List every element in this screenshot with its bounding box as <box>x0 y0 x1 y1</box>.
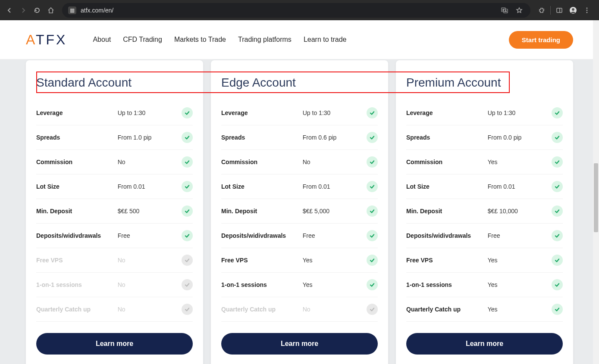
feature-value: No <box>118 257 182 264</box>
feature-label: Lot Size <box>36 183 118 190</box>
feature-row: SpreadsFrom 0.0 pip <box>406 125 563 150</box>
learn-more-button[interactable]: Learn more <box>406 333 563 355</box>
check-icon <box>552 132 563 143</box>
feature-value: From 0.01 <box>118 183 182 190</box>
feature-row: CommissionYes <box>406 150 563 174</box>
feature-value: From 0.6 pip <box>303 134 367 141</box>
site-header: ATFX About CFD Trading Markets to Trade … <box>0 20 599 59</box>
feature-row: Quarterly Catch upYes <box>406 297 563 322</box>
feature-value: No <box>118 159 182 165</box>
menu-dots-icon[interactable] <box>582 5 592 16</box>
feature-label: Min. Deposit <box>406 208 488 215</box>
check-icon <box>367 132 378 143</box>
logo[interactable]: ATFX <box>26 32 67 48</box>
check-icon <box>367 107 378 118</box>
account-title: Standard Account <box>36 76 193 90</box>
feature-label: 1-on-1 sessions <box>36 281 118 288</box>
feature-row: SpreadsFrom 0.6 pip <box>221 125 378 150</box>
feature-label: Spreads <box>406 134 488 141</box>
feature-label: Lot Size <box>406 183 488 190</box>
nav-platforms[interactable]: Trading platforms <box>238 36 292 44</box>
check-icon <box>367 156 378 168</box>
page-scrollbar[interactable] <box>593 20 599 364</box>
feature-value: $€£ 10,000 <box>488 208 552 215</box>
learn-more-button[interactable]: Learn more <box>221 333 378 355</box>
feature-value: From 0.0 pip <box>488 134 552 141</box>
check-icon <box>182 255 193 266</box>
check-icon <box>552 230 563 241</box>
start-trading-button[interactable]: Start trading <box>509 31 573 49</box>
feature-value: Free <box>488 232 552 239</box>
side-panel-icon[interactable] <box>554 5 565 16</box>
forward-icon[interactable] <box>18 5 28 16</box>
svg-point-6 <box>586 7 588 9</box>
check-icon <box>182 279 193 290</box>
nav-markets[interactable]: Markets to Trade <box>174 36 226 44</box>
feature-label: Leverage <box>221 109 303 116</box>
check-icon <box>552 279 563 290</box>
feature-value: Yes <box>303 257 367 264</box>
feature-label: Quarterly Catch up <box>36 306 118 313</box>
extensions-icon[interactable] <box>536 5 547 16</box>
svg-point-8 <box>586 12 588 13</box>
back-icon[interactable] <box>4 5 15 16</box>
check-icon <box>367 230 378 241</box>
feature-row: Min. Deposit$€£ 10,000 <box>406 199 563 224</box>
nav-cfd-trading[interactable]: CFD Trading <box>123 36 162 44</box>
check-icon <box>552 255 563 266</box>
feature-row: Quarterly Catch upNo <box>221 297 378 322</box>
check-icon <box>367 304 378 315</box>
nav-about[interactable]: About <box>93 36 111 44</box>
learn-more-button[interactable]: Learn more <box>36 333 193 355</box>
check-icon <box>367 181 378 192</box>
feature-value: From 1.0 pip <box>118 134 182 141</box>
feature-label: Min. Deposit <box>36 208 118 215</box>
browser-toolbar: ▦ atfx.com/en/ <box>0 0 599 20</box>
account-title: Premium Account <box>406 76 563 90</box>
address-bar[interactable]: ▦ atfx.com/en/ <box>62 3 530 18</box>
page-scroll-thumb[interactable] <box>594 163 598 232</box>
feature-label: Deposits/widivdrawals <box>36 232 118 239</box>
feature-label: Deposits/widivdrawals <box>406 232 488 239</box>
feature-value: $€£ 500 <box>118 208 182 215</box>
feature-label: Leverage <box>36 109 118 116</box>
feature-row: LeverageUp to 1:30 <box>221 101 378 125</box>
feature-row: Lot SizeFrom 0.01 <box>221 174 378 199</box>
feature-label: Commission <box>36 159 118 165</box>
feature-value: Yes <box>303 281 367 288</box>
feature-value: Free <box>303 232 367 239</box>
profile-icon[interactable] <box>568 5 578 16</box>
feature-label: Quarterly Catch up <box>406 306 488 313</box>
check-icon <box>182 181 193 192</box>
feature-value: No <box>303 306 367 313</box>
feature-label: Min. Deposit <box>221 208 303 215</box>
nav-learn[interactable]: Learn to trade <box>304 36 347 44</box>
feature-value: From 0.01 <box>488 183 552 190</box>
feature-value: No <box>118 281 182 288</box>
reload-icon[interactable] <box>32 5 42 16</box>
logo-rest: TFX <box>36 32 67 47</box>
feature-row: Free VPSYes <box>221 248 378 273</box>
feature-value: From 0.01 <box>303 183 367 190</box>
logo-prefix: A <box>26 32 36 47</box>
feature-row: LeverageUp to 1:30 <box>406 101 563 125</box>
feature-label: Free VPS <box>36 257 118 264</box>
feature-label: Free VPS <box>406 257 488 264</box>
feature-value: Yes <box>488 281 552 288</box>
svg-rect-2 <box>557 8 562 12</box>
bookmark-star-icon[interactable] <box>514 5 524 16</box>
feature-row: Lot SizeFrom 0.01 <box>406 174 563 199</box>
feature-value: Yes <box>488 257 552 264</box>
site-settings-icon[interactable]: ▦ <box>68 6 76 14</box>
home-icon[interactable] <box>46 5 56 16</box>
feature-row: SpreadsFrom 1.0 pip <box>36 125 193 150</box>
feature-label: Commission <box>221 159 303 165</box>
feature-label: Deposits/widivdrawals <box>221 232 303 239</box>
check-icon <box>367 255 378 266</box>
svg-point-7 <box>586 9 588 11</box>
feature-row: CommissionNo <box>221 150 378 174</box>
feature-label: Free VPS <box>221 257 303 264</box>
check-icon <box>182 205 193 217</box>
check-icon <box>182 132 193 143</box>
translate-icon[interactable] <box>499 5 510 16</box>
